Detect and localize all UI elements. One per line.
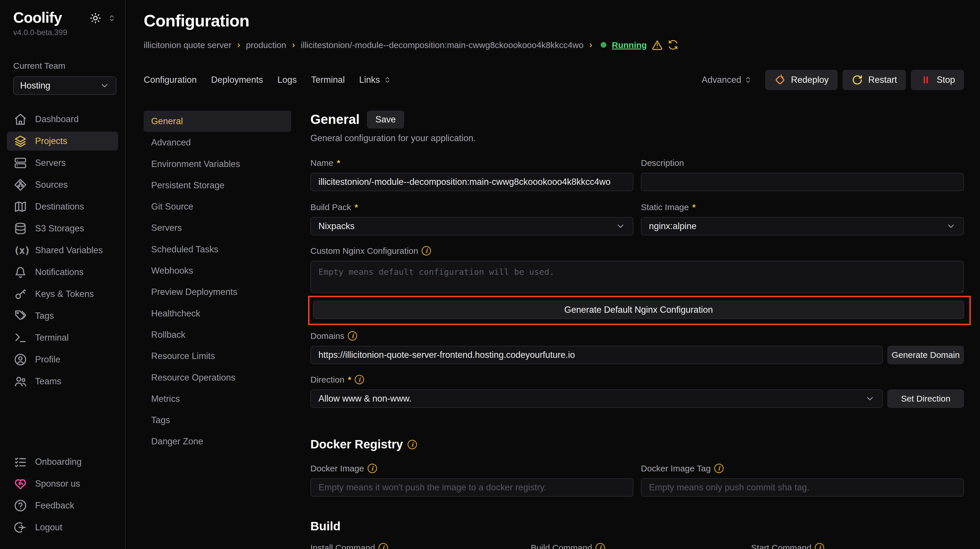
subnav-item-tags[interactable]: Tags — [144, 410, 291, 431]
direction-select[interactable]: Allow www & non-www. — [310, 390, 883, 408]
section-subtitle: General configuration for your applicati… — [310, 132, 964, 144]
toolbar: Configuration Deployments Logs Terminal … — [144, 70, 964, 90]
subnav-item-webhooks[interactable]: Webhooks — [144, 260, 291, 282]
description-label: Description — [641, 157, 684, 169]
tab-deployments[interactable]: Deployments — [211, 74, 263, 86]
restart-button[interactable]: Restart — [843, 70, 906, 90]
info-icon[interactable]: i — [368, 464, 377, 473]
section-title-docker-registry: Docker Registry — [310, 437, 403, 452]
sidebar-item-notifications[interactable]: Notifications — [7, 263, 118, 282]
info-icon[interactable]: i — [379, 543, 388, 549]
sidebar-item-sources[interactable]: Sources — [7, 175, 118, 194]
breadcrumb-project[interactable]: illicitonion quote server — [144, 40, 231, 51]
info-icon[interactable]: i — [714, 464, 724, 473]
chevrons-up-down-icon — [383, 75, 392, 84]
sun-theme-icon[interactable] — [89, 12, 102, 24]
subnav-item-metrics[interactable]: Metrics — [144, 388, 291, 410]
required-marker: * — [355, 202, 358, 213]
checklist-icon — [14, 455, 27, 468]
subnav-item-preview-deployments[interactable]: Preview Deployments — [144, 282, 291, 303]
info-icon[interactable]: i — [422, 246, 431, 256]
sidebar-item-keys-tokens[interactable]: Keys & Tokens — [7, 285, 118, 304]
sidebar-item-projects[interactable]: Projects — [7, 132, 118, 151]
database-icon — [14, 222, 27, 235]
description-input[interactable] — [641, 173, 964, 191]
generate-domain-button[interactable]: Generate Domain — [888, 346, 964, 364]
git-source-icon — [14, 178, 27, 191]
heart-hands-icon — [14, 477, 27, 490]
subnav-item-environment-variables[interactable]: Environment Variables — [144, 153, 291, 175]
redeploy-button[interactable]: Redeploy — [765, 70, 837, 90]
docker-image-tag-input[interactable] — [641, 478, 964, 496]
static-image-select[interactable]: nginx:alpine — [641, 217, 964, 236]
map-icon — [14, 200, 27, 213]
chevron-down-icon — [865, 394, 875, 404]
docker-image-input[interactable] — [310, 478, 633, 496]
subnav-item-danger-zone[interactable]: Danger Zone — [144, 431, 291, 452]
chevrons-up-down-icon — [743, 75, 752, 84]
tags-icon — [14, 309, 27, 323]
status-label[interactable]: Running — [612, 40, 647, 51]
nginx-config-textarea[interactable] — [310, 261, 964, 293]
section-title-build: Build — [310, 519, 340, 534]
sidebar-item-profile[interactable]: Profile — [7, 350, 118, 369]
advanced-dropdown[interactable]: Advanced — [702, 74, 752, 86]
subnav-item-resource-operations[interactable]: Resource Operations — [144, 367, 291, 388]
subnav-item-advanced[interactable]: Advanced — [144, 132, 291, 153]
sidebar-item-s3-storages[interactable]: S3 Storages — [7, 219, 118, 238]
name-input[interactable] — [310, 173, 633, 191]
generate-nginx-config-button[interactable]: Generate Default Nginx Configuration — [313, 301, 964, 319]
subnav-item-git-source[interactable]: Git Source — [144, 196, 291, 217]
chevrons-up-down-icon[interactable] — [107, 14, 116, 23]
breadcrumb-separator: › — [237, 39, 240, 51]
domains-input[interactable] — [310, 346, 883, 364]
sidebar-item-feedback[interactable]: Feedback — [7, 496, 118, 515]
tab-links[interactable]: Links — [359, 74, 392, 86]
tab-configuration[interactable]: Configuration — [144, 74, 197, 86]
sidebar-item-onboarding[interactable]: Onboarding — [7, 452, 118, 471]
subnav-item-rollback[interactable]: Rollback — [144, 324, 291, 345]
general-form: General Save General configuration for y… — [310, 111, 964, 549]
tab-logs[interactable]: Logs — [277, 74, 297, 86]
tab-bar: Configuration Deployments Logs Terminal … — [144, 74, 392, 86]
subnav-item-healthcheck[interactable]: Healthcheck — [144, 303, 291, 324]
subnav-item-persistent-storage[interactable]: Persistent Storage — [144, 175, 291, 196]
required-marker: * — [337, 157, 340, 169]
help-circle-icon — [14, 499, 27, 512]
build-pack-select[interactable]: Nixpacks — [310, 217, 633, 236]
build-command-label: Build Command — [531, 542, 592, 549]
sidebar-item-teams[interactable]: Teams — [7, 372, 118, 391]
breadcrumb: illicitonion quote server › production ›… — [144, 39, 964, 51]
key-icon — [14, 287, 27, 301]
subnav-item-resource-limits[interactable]: Resource Limits — [144, 345, 291, 367]
set-direction-button[interactable]: Set Direction — [888, 390, 964, 408]
subnav-item-general[interactable]: General — [144, 111, 291, 132]
info-icon[interactable]: i — [355, 375, 364, 384]
refresh-icon[interactable] — [668, 40, 679, 50]
sidebar-item-shared-variables[interactable]: (x) Shared Variables — [7, 241, 118, 260]
sidebar-item-tags[interactable]: Tags — [7, 306, 118, 325]
save-button[interactable]: Save — [367, 111, 404, 129]
action-buttons: Advanced Redeploy Restart Stop — [702, 70, 964, 90]
sidebar-item-sponsor-us[interactable]: Sponsor us — [7, 474, 118, 493]
sidebar-item-terminal[interactable]: Terminal — [7, 328, 118, 347]
sidebar-item-dashboard[interactable]: Dashboard — [7, 110, 118, 129]
breadcrumb-environment[interactable]: production — [246, 40, 286, 51]
sidebar-item-destinations[interactable]: Destinations — [7, 197, 118, 216]
sidebar-item-servers[interactable]: Servers — [7, 153, 118, 172]
subnav-item-servers[interactable]: Servers — [144, 217, 291, 239]
sidebar-item-logout[interactable]: Logout — [7, 518, 118, 537]
warning-triangle-icon[interactable] — [652, 39, 663, 51]
breadcrumb-application[interactable]: illicitestonion/-module--decomposition:m… — [301, 40, 584, 51]
settings-subnav: General Advanced Environment Variables P… — [144, 111, 291, 549]
info-icon[interactable]: i — [815, 543, 824, 549]
info-icon[interactable]: i — [348, 331, 357, 341]
info-icon[interactable]: i — [407, 440, 417, 449]
redeploy-icon — [774, 74, 786, 86]
stop-button[interactable]: Stop — [911, 70, 964, 90]
team-select[interactable]: Hosting — [13, 76, 116, 95]
info-icon[interactable]: i — [595, 543, 605, 549]
subnav-item-scheduled-tasks[interactable]: Scheduled Tasks — [144, 239, 291, 260]
tab-terminal[interactable]: Terminal — [311, 74, 345, 86]
section-title-general: General — [310, 111, 360, 128]
